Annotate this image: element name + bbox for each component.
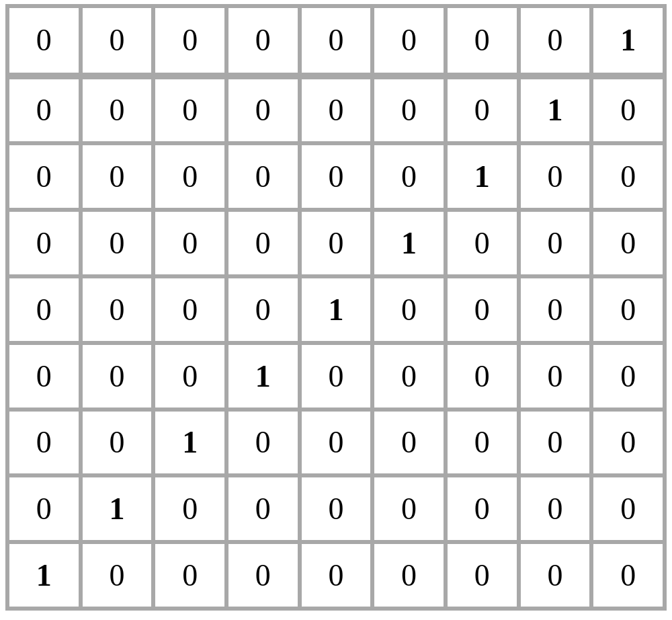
matrix-cell: 0	[9, 278, 79, 341]
matrix-cell: 0	[9, 345, 79, 408]
matrix-cell: 0	[521, 544, 590, 607]
matrix-table: 0 0 0 0 0 0 0 0 1 0 0 0 0 0 0 0 1 0	[5, 4, 667, 611]
matrix-cell: 0	[83, 278, 152, 341]
matrix-cell: 0	[521, 345, 590, 408]
matrix-cell: 0	[302, 212, 371, 274]
matrix-cell: 0	[593, 79, 663, 142]
matrix-cell: 0	[83, 212, 152, 274]
matrix-cell: 1	[83, 477, 152, 540]
matrix-cell: 0	[9, 412, 79, 474]
matrix-cell: 0	[593, 345, 663, 408]
matrix-cell: 0	[448, 412, 517, 474]
matrix-cell: 0	[302, 345, 371, 408]
matrix-cell: 1	[448, 145, 517, 208]
table-row: 0 1 0 0 0 0 0 0 0	[9, 477, 663, 540]
matrix-cell: 0	[374, 477, 444, 540]
table-row: 0 0 0 0 0 1 0 0 0	[9, 212, 663, 274]
matrix-cell: 1	[374, 212, 444, 274]
matrix-cell: 0	[228, 212, 298, 274]
matrix-cell: 0	[593, 477, 663, 540]
matrix-cell: 0	[228, 79, 298, 142]
matrix-cell: 0	[374, 412, 444, 474]
matrix-cell: 0	[593, 145, 663, 208]
matrix-cell: 0	[448, 212, 517, 274]
matrix-cell: 1	[9, 544, 79, 607]
matrix-cell: 0	[448, 544, 517, 607]
matrix-cell: 0	[155, 79, 224, 142]
matrix-cell: 0	[302, 477, 371, 540]
matrix-cell: 0	[374, 79, 444, 142]
matrix-cell: 0	[83, 8, 152, 75]
matrix-cell: 0	[521, 477, 590, 540]
matrix-cell: 0	[155, 477, 224, 540]
matrix-container: 0 0 0 0 0 0 0 0 1 0 0 0 0 0 0 0 1 0	[0, 0, 672, 620]
matrix-cell: 0	[155, 345, 224, 408]
matrix-cell: 0	[228, 544, 298, 607]
matrix-cell: 0	[593, 544, 663, 607]
table-row: 0 0 0 0 0 0 1 0 0	[9, 145, 663, 208]
matrix-cell: 0	[9, 212, 79, 274]
matrix-cell: 0	[228, 477, 298, 540]
table-row: 1 0 0 0 0 0 0 0 0	[9, 544, 663, 607]
matrix-cell: 0	[9, 79, 79, 142]
matrix-cell: 0	[521, 412, 590, 474]
matrix-cell: 1	[155, 412, 224, 474]
matrix-cell: 0	[374, 8, 444, 75]
matrix-cell: 1	[521, 79, 590, 142]
matrix-cell: 0	[155, 8, 224, 75]
matrix-cell: 0	[83, 79, 152, 142]
matrix-cell: 0	[448, 79, 517, 142]
matrix-cell: 0	[83, 544, 152, 607]
matrix-cell: 0	[9, 145, 79, 208]
matrix-cell: 0	[374, 345, 444, 408]
matrix-cell: 0	[448, 8, 517, 75]
matrix-cell: 0	[155, 544, 224, 607]
matrix-cell: 0	[448, 477, 517, 540]
matrix-cell: 0	[448, 345, 517, 408]
matrix-cell: 0	[228, 412, 298, 474]
matrix-cell: 0	[374, 278, 444, 341]
matrix-body: 0 0 0 0 0 0 0 0 1 0 0 0 0 0 0 0 1 0	[9, 8, 663, 607]
matrix-cell: 0	[374, 544, 444, 607]
matrix-cell: 0	[448, 278, 517, 341]
matrix-cell: 1	[228, 345, 298, 408]
matrix-cell: 0	[9, 477, 79, 540]
matrix-cell: 0	[9, 8, 79, 75]
matrix-cell: 0	[155, 212, 224, 274]
matrix-cell: 0	[593, 212, 663, 274]
matrix-cell: 0	[228, 145, 298, 208]
matrix-cell: 0	[155, 278, 224, 341]
matrix-cell: 0	[83, 412, 152, 474]
matrix-cell: 0	[593, 412, 663, 474]
matrix-cell: 0	[302, 8, 371, 75]
table-row: 0 0 0 0 1 0 0 0 0	[9, 278, 663, 341]
matrix-cell: 0	[83, 145, 152, 208]
table-row: 0 0 0 0 0 0 0 0 1	[9, 8, 663, 75]
matrix-cell: 0	[155, 145, 224, 208]
matrix-cell: 0	[521, 8, 590, 75]
matrix-cell: 1	[302, 278, 371, 341]
matrix-cell: 0	[374, 145, 444, 208]
matrix-cell: 0	[302, 412, 371, 474]
matrix-cell: 0	[83, 345, 152, 408]
matrix-cell: 0	[521, 145, 590, 208]
matrix-cell: 0	[302, 544, 371, 607]
matrix-cell: 0	[228, 278, 298, 341]
table-row: 0 0 1 0 0 0 0 0 0	[9, 412, 663, 474]
matrix-cell: 0	[593, 278, 663, 341]
matrix-cell: 0	[521, 278, 590, 341]
table-row: 0 0 0 0 0 0 0 1 0	[9, 79, 663, 142]
table-row: 0 0 0 1 0 0 0 0 0	[9, 345, 663, 408]
matrix-cell: 0	[302, 79, 371, 142]
matrix-cell: 1	[593, 8, 663, 75]
matrix-cell: 0	[302, 145, 371, 208]
matrix-cell: 0	[521, 212, 590, 274]
matrix-cell: 0	[228, 8, 298, 75]
